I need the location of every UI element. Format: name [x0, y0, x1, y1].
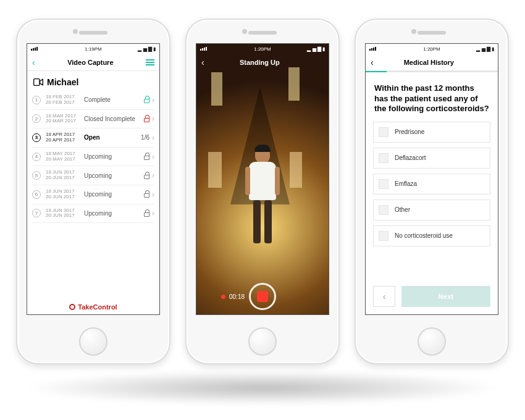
lock-icon [144, 210, 149, 217]
home-button[interactable] [79, 327, 107, 356]
patient-name: Michael [47, 77, 78, 87]
session-row[interactable]: 518 JUN 201720 JUN 2017Upcoming› [32, 166, 154, 185]
record-controls: 00:18 [196, 279, 329, 314]
chevron-right-icon: › [152, 190, 154, 199]
front-camera [242, 29, 247, 34]
menu-button[interactable] [146, 59, 154, 65]
options-list: PredrisoneDeflazacortEmflazaOtherNo cort… [366, 119, 498, 249]
nav-bar: ‹ Standing Up [196, 54, 329, 71]
chevron-right-icon: › [152, 153, 154, 161]
session-dates: 18 JUN 201720 JUN 2017 [46, 208, 79, 219]
session-dates: 18 JUN 201720 JUN 2017 [46, 189, 79, 200]
clock: 1:20PM [196, 46, 329, 52]
session-status: Upcoming [84, 172, 139, 179]
session-row[interactable]: 118 FEB 201720 FEB 2017Complete› [32, 91, 154, 110]
page-title: Video Capture [67, 59, 113, 66]
session-number: 4 [32, 153, 41, 161]
chevron-right-icon: › [152, 114, 154, 123]
prev-button[interactable]: ‹ [373, 286, 395, 307]
screen-survey: 1:20PM ▂ ▅ ▇ ▮ ‹ Medical History Within … [365, 43, 498, 315]
session-list[interactable]: 118 FEB 201720 FEB 2017Complete›218 MAR … [27, 91, 159, 298]
lock-icon [144, 191, 149, 198]
clock: 1:19PM [27, 46, 159, 52]
recording-indicator: 00:18 [221, 293, 245, 300]
option-item[interactable]: Predrisone [373, 122, 490, 143]
page-title: Medical History [404, 59, 454, 66]
option-label: Other [395, 206, 410, 213]
elapsed-time: 00:18 [229, 293, 245, 300]
unlock-icon [144, 96, 149, 103]
session-dates: 18 APR 201720 APR 2017 [46, 132, 79, 143]
option-item[interactable]: Other [373, 200, 490, 220]
session-number: 7 [32, 209, 41, 217]
video-icon [33, 78, 43, 86]
brand-name: TakeControl [78, 303, 117, 311]
subject-person [249, 146, 276, 243]
phone-1: 1:19PM ▂ ▅ ▇ ▮ ‹ Video Capture Michael 1… [16, 19, 170, 364]
session-number: 6 [32, 190, 41, 199]
front-camera [73, 29, 78, 34]
clock: 1:20PM [366, 46, 498, 52]
phone-2: 1:20PM ▂ ▅ ▇ ▮ ‹ Standing Up 00:18 [185, 19, 340, 364]
session-number: 2 [32, 114, 41, 123]
option-item[interactable]: Emflaza [373, 174, 490, 195]
camera-viewfinder [196, 44, 329, 314]
brand-logo-icon [69, 304, 75, 310]
chevron-right-icon: › [152, 133, 154, 142]
checkbox-icon [379, 231, 388, 241]
status-bar: 1:20PM ▂ ▅ ▇ ▮ [366, 44, 498, 54]
speaker [79, 31, 107, 35]
checkbox-icon [379, 205, 388, 215]
front-camera [411, 29, 416, 34]
lock-icon [144, 172, 149, 179]
next-button[interactable]: Next [401, 286, 490, 307]
home-button[interactable] [248, 327, 277, 356]
session-status: Upcoming [84, 153, 139, 160]
option-label: Predrisone [395, 128, 424, 135]
option-item[interactable]: Deflazacort [373, 148, 490, 169]
checkbox-icon [379, 127, 388, 137]
session-dates: 18 MAR 201720 MAR 2017 [46, 114, 79, 125]
home-button[interactable] [418, 327, 446, 356]
progress-bar [366, 71, 498, 72]
session-number: 3 [32, 133, 41, 142]
session-number: 1 [32, 96, 41, 104]
option-label: Deflazacort [395, 154, 426, 161]
back-button[interactable]: ‹ [201, 57, 204, 67]
speaker [248, 31, 277, 35]
status-bar: 1:20PM ▂ ▅ ▇ ▮ [196, 44, 329, 54]
session-status: Closed Incomplete [84, 116, 139, 122]
session-row[interactable]: 618 JUN 201720 JUN 2017Upcoming› [32, 185, 154, 204]
session-status: Upcoming [84, 210, 139, 217]
nav-bar: ‹ Medical History [366, 54, 498, 71]
session-row[interactable]: 218 MAR 201720 MAR 2017Closed Incomplete… [32, 110, 154, 129]
nav-bar: ‹ Video Capture [27, 54, 159, 71]
page-title: Standing Up [240, 59, 280, 66]
lock-icon [144, 116, 149, 122]
back-button[interactable]: ‹ [371, 57, 374, 67]
chevron-right-icon: › [152, 96, 154, 104]
drop-shadow [25, 371, 500, 405]
session-dates: 18 MAY 201720 MAY 2017 [46, 151, 79, 162]
brand-footer: TakeControl [27, 298, 159, 314]
back-button[interactable]: ‹ [32, 57, 35, 67]
session-row[interactable]: 718 JUN 201720 JUN 2017Upcoming› [32, 204, 154, 224]
rec-dot-icon [221, 295, 225, 299]
session-row[interactable]: 418 MAY 201720 MAY 2017Upcoming› [32, 148, 154, 167]
checkbox-icon [379, 179, 388, 189]
patient-header: Michael [27, 71, 159, 91]
option-label: No corticosteroid use [395, 232, 453, 239]
session-status: Upcoming [84, 191, 139, 198]
phone-3: 1:20PM ▂ ▅ ▇ ▮ ‹ Medical History Within … [355, 19, 509, 364]
chevron-right-icon: › [152, 209, 154, 217]
session-number: 5 [32, 171, 41, 180]
record-stop-button[interactable] [249, 283, 276, 310]
screen-recording: 1:20PM ▂ ▅ ▇ ▮ ‹ Standing Up 00:18 [196, 43, 329, 315]
option-item[interactable]: No corticosteroid use [373, 225, 490, 246]
question-text: Within the past 12 months has the patien… [366, 72, 498, 119]
session-dates: 18 JUN 201720 JUN 2017 [46, 170, 79, 181]
checkbox-icon [379, 153, 388, 163]
session-progress: 1/6 [141, 134, 149, 141]
session-row[interactable]: 318 APR 201720 APR 2017Open1/6› [32, 128, 154, 148]
status-bar: 1:19PM ▂ ▅ ▇ ▮ [27, 44, 159, 54]
